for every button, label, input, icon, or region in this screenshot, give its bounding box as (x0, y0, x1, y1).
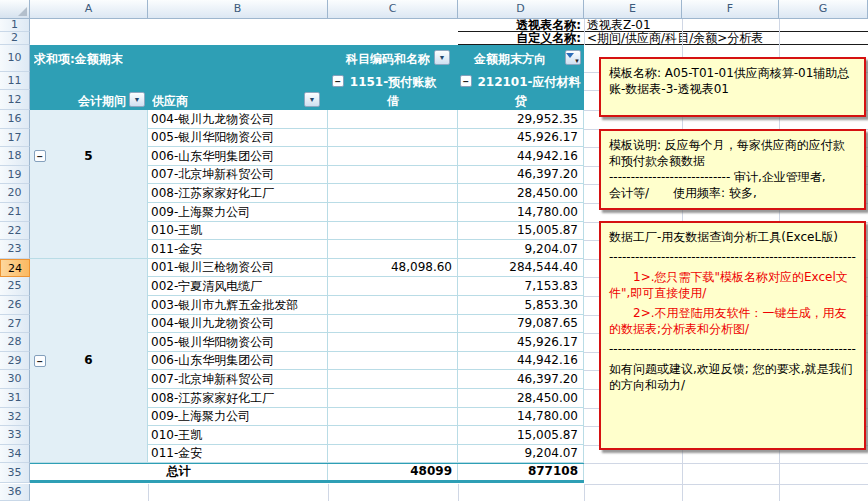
debit-cell[interactable] (328, 184, 458, 203)
credit-cell[interactable]: 15,005.87 (458, 426, 584, 445)
period-cell[interactable] (30, 203, 148, 222)
supplier-cell[interactable]: 006-山东华明集团公司 (148, 352, 328, 370)
row-number[interactable]: 10 (0, 45, 30, 72)
supplier-cell[interactable]: 001-银川三枪物资公司 (148, 259, 328, 277)
period-cell[interactable] (30, 315, 148, 333)
collapse-group-icon[interactable]: − (34, 355, 46, 367)
grand-total-label[interactable]: 总计 (30, 464, 328, 480)
supplier-cell[interactable]: 009-上海聚力公司 (148, 408, 328, 426)
sum-field-label[interactable]: 求和项:金额期末 (34, 51, 123, 68)
credit-cell[interactable]: 284,544.40 (458, 259, 584, 277)
period-cell[interactable] (30, 426, 148, 445)
supplier-cell[interactable]: 004-银川九龙物资公司 (148, 315, 328, 333)
supplier-cell[interactable]: 011-金安 (148, 240, 328, 259)
row-number[interactable]: 33 (0, 426, 30, 445)
credit-cell[interactable]: 15,005.87 (458, 222, 584, 240)
row-number[interactable]: 21 (0, 203, 30, 222)
supplier-cell[interactable]: 008-江苏家家好化工厂 (148, 389, 328, 408)
debit-cell[interactable] (328, 315, 458, 333)
row-number[interactable]: 29 (0, 352, 30, 370)
period-cell[interactable] (30, 408, 148, 426)
period-cell[interactable] (30, 370, 148, 389)
select-all-corner[interactable] (0, 0, 30, 19)
row-number[interactable]: 17 (0, 129, 30, 147)
row-number[interactable]: 36 (0, 484, 30, 501)
row-number[interactable]: 32 (0, 408, 30, 426)
column-header-D[interactable]: D (458, 0, 584, 19)
supplier-cell[interactable]: 008-江苏家家好化工厂 (148, 184, 328, 203)
supplier-cell[interactable]: 005-银川华阳物资公司 (148, 129, 328, 147)
collapse-group-icon[interactable]: − (34, 150, 46, 162)
supplier-cell[interactable]: 010-王凯 (148, 222, 328, 240)
debit-cell[interactable] (328, 333, 458, 352)
row-number[interactable]: 11 (0, 72, 30, 90)
credit-cell[interactable]: 44,942.16 (458, 352, 584, 370)
supplier-cell[interactable]: 003-银川市九辉五金批发部 (148, 296, 328, 315)
debit-cell[interactable] (328, 222, 458, 240)
grand-total-debit[interactable]: 48099 (328, 464, 458, 480)
supplier-cell[interactable]: 007-北京坤新科贸公司 (148, 166, 328, 184)
supplier-cell[interactable]: 010-王凯 (148, 426, 328, 445)
credit-cell[interactable]: 9,204.07 (458, 240, 584, 259)
period-cell[interactable] (30, 259, 148, 277)
row-number[interactable]: 16 (0, 110, 30, 129)
supplier-cell[interactable]: 005-银川华阳物资公司 (148, 333, 328, 352)
row-number[interactable]: 24 (0, 259, 30, 277)
column-header-F[interactable]: F (682, 0, 779, 19)
period-cell[interactable] (30, 445, 148, 463)
debit-cell[interactable] (328, 408, 458, 426)
supplier-cell[interactable]: 011-金安 (148, 445, 328, 463)
row-number[interactable]: 18 (0, 147, 30, 166)
supplier-cell[interactable]: 006-山东华明集团公司 (148, 147, 328, 166)
supplier-cell[interactable]: 007-北京坤新科贸公司 (148, 370, 328, 389)
period-field-label[interactable]: 会计期间 (30, 93, 126, 110)
period-cell[interactable] (30, 222, 148, 240)
debit-cell[interactable] (328, 147, 458, 166)
debit-cell[interactable] (328, 296, 458, 315)
credit-cell[interactable]: 45,926.17 (458, 333, 584, 352)
supplier-dropdown-icon[interactable]: ▼ (304, 92, 320, 107)
credit-cell[interactable]: 14,780.00 (458, 408, 584, 426)
credit-cell[interactable]: 7,153.83 (458, 277, 584, 296)
row-number[interactable]: 25 (0, 277, 30, 296)
column-header-A[interactable]: A (30, 0, 148, 19)
row-number[interactable]: 2 (0, 32, 30, 45)
debit-cell[interactable] (328, 426, 458, 445)
supplier-cell[interactable]: 004-银川九龙物资公司 (148, 110, 328, 129)
period-cell[interactable] (30, 110, 148, 129)
debit-cell[interactable] (328, 277, 458, 296)
debit-cell[interactable] (328, 389, 458, 408)
credit-cell[interactable]: 46,397.20 (458, 166, 584, 184)
period-cell[interactable] (30, 277, 148, 296)
row-number[interactable]: 31 (0, 389, 30, 408)
supplier-cell[interactable]: 009-上海聚力公司 (148, 203, 328, 222)
row-number[interactable]: 12 (0, 90, 30, 110)
column-header-E[interactable]: E (584, 0, 682, 19)
credit-cell[interactable]: 45,926.17 (458, 129, 584, 147)
period-cell[interactable] (30, 296, 148, 315)
row-number[interactable]: 23 (0, 240, 30, 259)
credit-cell[interactable]: 79,087.65 (458, 315, 584, 333)
subject-c-label[interactable]: 1151-预付账款 (328, 74, 458, 91)
period-cell[interactable] (30, 389, 148, 408)
subject-d-label[interactable]: 212101-应付材料 (474, 74, 584, 91)
credit-cell[interactable]: 14,780.00 (458, 203, 584, 222)
grand-total-credit[interactable]: 877108 (458, 464, 584, 480)
debit-cell[interactable] (328, 129, 458, 147)
direction-field-label[interactable]: 金额期末方向 (458, 51, 562, 68)
credit-cell[interactable]: 28,450.00 (458, 184, 584, 203)
column-header-G[interactable]: G (779, 0, 868, 19)
collapse-subject-d-icon[interactable]: − (460, 75, 472, 87)
column-field-label[interactable]: 科目编码和名称 (230, 51, 430, 68)
supplier-cell[interactable]: 002-宁夏清风电缆厂 (148, 277, 328, 296)
period-cell[interactable] (30, 166, 148, 184)
period-cell[interactable] (30, 240, 148, 259)
period-cell[interactable] (30, 333, 148, 352)
row-number[interactable]: 26 (0, 296, 30, 315)
credit-cell[interactable]: 46,397.20 (458, 370, 584, 389)
debit-cell[interactable] (328, 203, 458, 222)
debit-cell[interactable] (328, 110, 458, 129)
period-cell[interactable] (30, 129, 148, 147)
credit-cell[interactable]: 9,204.07 (458, 445, 584, 463)
period-cell[interactable]: − 5 (30, 147, 148, 166)
